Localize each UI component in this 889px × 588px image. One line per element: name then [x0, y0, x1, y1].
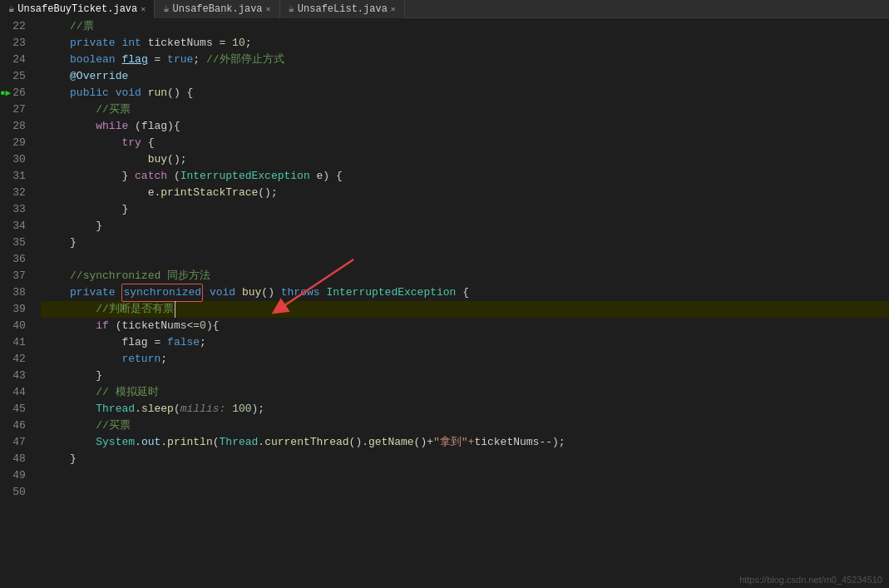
code-line-37: //synchronized 同步方法 — [41, 268, 889, 284]
breakpoint-icon-48 — [4, 456, 11, 462]
tab-label: UnsafeBank.java — [173, 3, 263, 15]
code-line-33: } — [41, 201, 889, 218]
ln-25: 25 — [0, 68, 31, 85]
ln-37: 37 — [0, 268, 31, 284]
code-line-46: //买票 — [41, 418, 889, 434]
code-line-43: } — [41, 368, 889, 384]
tab-unsafebank[interactable]: ☕ UnsafeBank.java ✕ — [155, 0, 279, 18]
code-line-26: public void run() { — [41, 85, 889, 101]
ln-50: 50 — [0, 484, 31, 501]
ln-41: 41 — [0, 334, 31, 351]
code-line-23: private int ticketNums = 10; — [41, 35, 889, 52]
tab-bar: ☕ UnsafeBuyTicket.java ✕ ☕ UnsafeBank.ja… — [0, 0, 889, 18]
ln-22: 22 — [0, 18, 31, 35]
code-line-36 — [41, 251, 889, 268]
ln-30: 30 — [0, 151, 31, 168]
ln-47: 47 — [0, 434, 31, 451]
code-line-29: try { — [41, 135, 889, 151]
tab-unsafelist[interactable]: ☕ UnsafeList.java ✕ — [280, 0, 405, 18]
ln-35: 35 — [0, 235, 31, 251]
code-line-35: } — [41, 235, 889, 251]
ln-24: 24 — [0, 52, 31, 68]
ln-49: 49 — [0, 467, 31, 484]
ln-36: 36 — [0, 251, 31, 268]
code-line-44: // 模拟延时 — [41, 384, 889, 401]
code-line-30: buy(); — [41, 151, 889, 168]
ln-39: 39 — [0, 301, 31, 318]
ln-43: 43 — [0, 368, 31, 384]
code-line-40: if (ticketNums<=0){ — [41, 318, 889, 334]
tab-close[interactable]: ✕ — [391, 4, 396, 14]
ln-29: 29 — [0, 135, 31, 151]
ln-44: 44 — [0, 384, 31, 401]
tab-unsafebuyticket[interactable]: ☕ UnsafeBuyTicket.java ✕ — [0, 0, 155, 18]
ln-23: 23 — [0, 35, 31, 52]
tab-close[interactable]: ✕ — [266, 4, 271, 14]
ln-32: 32 — [0, 185, 31, 201]
ln-40: 40 — [0, 318, 31, 334]
code-line-38: private synchronized void buy() throws I… — [41, 284, 889, 301]
code-line-34: } — [41, 218, 889, 235]
ln-48: 48 — [0, 451, 31, 467]
ln-31: 31 — [0, 168, 31, 185]
code-line-24: boolean flag = true; //外部停止方式 — [41, 52, 889, 68]
tab-label: UnsafeBuyTicket.java — [17, 3, 137, 15]
code-line-22: //票 — [41, 18, 889, 35]
ln-28: 28 — [0, 118, 31, 135]
ln-33: 33 — [0, 201, 31, 218]
code-line-28: while (flag){ — [41, 118, 889, 135]
tab-label: UnsafeList.java — [298, 3, 388, 15]
code-line-48: } — [41, 451, 889, 467]
line-numbers: 22 23 24 25 ●▶ 26 27 28 29 30 31 32 33 3… — [0, 18, 37, 588]
code-line-49 — [41, 467, 889, 484]
code-line-25: @Override — [41, 68, 889, 85]
code-line-31: } catch (InterruptedException e) { — [41, 168, 889, 185]
code-line-39: //判断是否有票 — [41, 301, 889, 318]
code-container: 22 23 24 25 ●▶ 26 27 28 29 30 31 32 33 3… — [0, 18, 889, 588]
code-line-45: Thread.sleep(millis: 100); — [41, 401, 889, 418]
code-line-41: flag = false; — [41, 334, 889, 351]
ln-34: 34 — [0, 218, 31, 235]
watermark: https://blog.csdn.net/m0_45234510 — [739, 575, 882, 585]
ln-42: 42 — [0, 351, 31, 368]
tab-icon: ☕ — [8, 2, 14, 15]
tab-icon: ☕ — [289, 2, 294, 15]
breakpoint-icon — [4, 240, 11, 246]
code-line-32: e.printStackTrace(); — [41, 185, 889, 201]
code-area[interactable]: //票 private int ticketNums = 10; boolean… — [37, 18, 889, 588]
ln-27: 27 — [0, 101, 31, 118]
ln-46: 46 — [0, 418, 31, 434]
ln-45: 45 — [0, 401, 31, 418]
code-line-50 — [41, 484, 889, 501]
breakpoint-icon-38 — [4, 289, 11, 296]
ln-26: ●▶ 26 — [0, 85, 31, 101]
code-line-42: return; — [41, 351, 889, 368]
tab-icon: ☕ — [163, 2, 169, 15]
tab-close[interactable]: ✕ — [141, 4, 146, 14]
code-line-27: //买票 — [41, 101, 889, 118]
debug-arrow-icon: ●▶ — [0, 85, 11, 101]
ln-38: 38 — [0, 284, 31, 301]
code-line-47: System.out.println(Thread.currentThread(… — [41, 434, 889, 451]
